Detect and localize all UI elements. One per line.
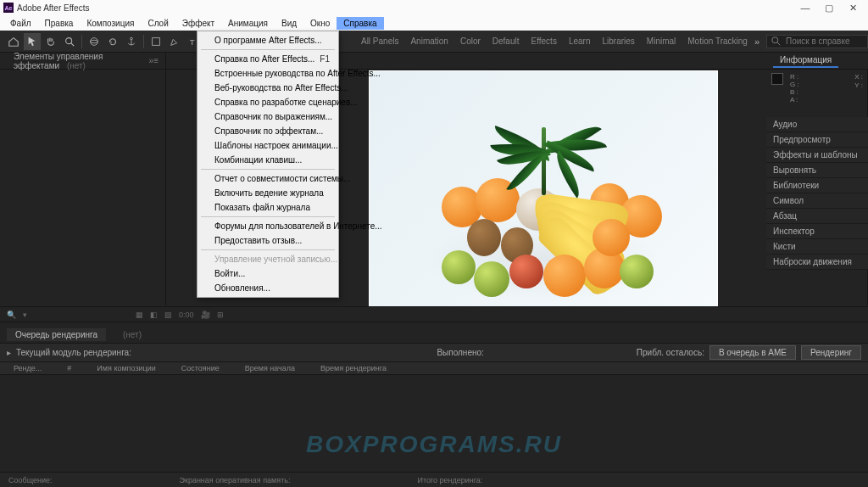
side-panel-Выровнять[interactable]: Выровнять	[766, 163, 868, 178]
zoom-tool-icon[interactable]	[61, 33, 78, 50]
footer-field: Сообщение:	[8, 476, 52, 484]
lower-area: 🔍 ▾ ▦ ◧ ▨ 0:00 🎥 ⊞ Очередь рендеринга (н…	[0, 306, 868, 487]
help-search-input[interactable]: Поиск в справке	[766, 35, 868, 48]
magnify-icon[interactable]: 🔍	[7, 311, 16, 319]
maximize-button[interactable]: ▢	[817, 3, 841, 14]
help-menu-item[interactable]: Включить ведение журнала	[198, 186, 338, 200]
window-title: Adobe After Effects	[17, 3, 793, 13]
hand-tool-icon[interactable]	[42, 33, 59, 50]
help-menu-item[interactable]: Форумы для пользователей в Интернете...	[198, 219, 338, 233]
help-menu-item[interactable]: Встроенные руководства по After Effects.…	[198, 66, 338, 81]
menu-композиция[interactable]: Композиция	[80, 17, 141, 30]
render-queue-header: ▸ Текущий модуль рендеринга: Выполнено: …	[0, 343, 868, 361]
workspace-default[interactable]: Default	[492, 36, 520, 46]
footer-field: Экранная оперативная память:	[179, 476, 290, 484]
help-menu-item[interactable]: Шаблоны настроек анимации...	[198, 138, 338, 153]
workspace-motion-tracking[interactable]: Motion Tracking	[687, 36, 748, 46]
resolution-dropdown[interactable]: ▾	[23, 311, 27, 319]
viewer-footer-controls: 🔍 ▾ ▦ ◧ ▨ 0:00 🎥 ⊞	[0, 307, 868, 322]
footer-field: Итого рендеринга:	[417, 476, 482, 484]
render-queue-tab[interactable]: Очередь рендеринга	[7, 328, 106, 341]
workspace-libraries[interactable]: Libraries	[602, 36, 634, 46]
effect-controls-panel: Элементы управления эффектами (нет) »≡	[0, 53, 166, 305]
workspace-overflow-icon[interactable]: »	[754, 36, 766, 47]
timecode-display[interactable]: 0:00	[179, 311, 194, 319]
grid-icon[interactable]: ▦	[136, 311, 143, 319]
minimize-button[interactable]: —	[793, 3, 817, 13]
channel-icon[interactable]: ◧	[150, 311, 158, 319]
help-menu-item[interactable]: О программе After Effects...	[198, 33, 338, 48]
workspace-all-panels[interactable]: All Panels	[361, 36, 398, 46]
right-panel-stack: Информация R :G :B :A : X : Y : АудиоПре…	[766, 53, 868, 270]
help-menu-item: Управление учетной записью...	[198, 252, 338, 266]
workspace-learn[interactable]: Learn	[569, 36, 591, 46]
transparency-icon[interactable]: ▨	[164, 311, 172, 319]
camera-icon[interactable]: 🎥	[201, 311, 210, 319]
help-menu-item[interactable]: Веб-руководства по After Effects...	[198, 81, 338, 95]
effect-controls-tab[interactable]: Элементы управления эффектами (нет)	[7, 50, 149, 72]
svg-point-0	[66, 37, 72, 43]
search-placeholder: Поиск в справке	[786, 36, 849, 46]
pen-tool-icon[interactable]	[166, 33, 183, 50]
menu-вид[interactable]: Вид	[275, 17, 303, 30]
anchor-tool-icon[interactable]	[123, 33, 140, 50]
help-menu-item[interactable]: Справка по разработке сценариев...	[198, 95, 338, 109]
shape-tool-icon[interactable]	[147, 33, 164, 50]
svg-line-10	[777, 42, 781, 45]
help-menu-item[interactable]: Комбинации клавиш...	[198, 153, 338, 167]
side-panel-Предпросмотр[interactable]: Предпросмотр	[766, 132, 868, 148]
menu-bar: ФайлПравкаКомпозицияСлойЭффектАнимацияВи…	[0, 15, 868, 31]
info-panel-tab[interactable]: Информация	[773, 53, 838, 68]
workspace-color[interactable]: Color	[460, 36, 481, 46]
viewer-image[interactable]	[370, 71, 717, 334]
side-panel-Кисти[interactable]: Кисти	[766, 239, 868, 255]
color-swatch	[771, 73, 783, 85]
help-menu-item[interactable]: Справка по After Effects...F1	[198, 52, 338, 66]
none-tab[interactable]: (нет)	[114, 328, 150, 341]
close-button[interactable]: ✕	[841, 3, 865, 14]
menu-анимация[interactable]: Анимация	[221, 17, 275, 30]
help-menu-dropdown: О программе After Effects...Справка по A…	[197, 31, 339, 298]
menu-правка[interactable]: Правка	[38, 17, 81, 30]
svg-line-1	[71, 42, 75, 46]
help-menu-item[interactable]: Показать файл журнала	[198, 200, 338, 215]
help-menu-item[interactable]: Обновления...	[198, 281, 338, 295]
workspace: Элементы управления эффектами (нет) »≡ ≡	[0, 53, 868, 305]
home-icon[interactable]	[5, 33, 22, 50]
side-panel-Символ[interactable]: Символ	[766, 193, 868, 209]
menu-окно[interactable]: Окно	[303, 17, 337, 30]
side-panel-Абзац[interactable]: Абзац	[766, 209, 868, 224]
svg-text:T: T	[190, 36, 195, 46]
orbit-tool-icon[interactable]	[86, 33, 103, 50]
side-panel-Наброски движения[interactable]: Наброски движения	[766, 255, 868, 270]
view-options-icon[interactable]: ⊞	[217, 311, 224, 319]
menu-слой[interactable]: Слой	[141, 17, 175, 30]
composition-tab[interactable]	[173, 54, 189, 67]
selection-tool-icon[interactable]	[24, 33, 41, 50]
workspace-effects[interactable]: Effects	[531, 36, 557, 46]
x-label: X :	[854, 73, 863, 81]
help-menu-item[interactable]: Справочник по эффектам...	[198, 124, 338, 138]
help-menu-item[interactable]: Справочник по выражениям...	[198, 109, 338, 124]
side-panel-Инспектор[interactable]: Инспектор	[766, 224, 868, 239]
render-button[interactable]: Рендеринг	[801, 345, 861, 360]
render-col: Время начала	[245, 364, 295, 372]
menu-справка[interactable]: Справка	[337, 17, 383, 30]
menu-файл[interactable]: Файл	[3, 17, 38, 30]
panel-menu-icon[interactable]: »≡	[149, 56, 159, 65]
rotate-tool-icon[interactable]	[104, 33, 121, 50]
queue-ame-button[interactable]: В очередь в AME	[709, 345, 796, 360]
disclosure-icon[interactable]: ▸	[7, 348, 11, 357]
render-col: Ренде...	[14, 364, 42, 372]
side-panel-Эффекты и шаблоны[interactable]: Эффекты и шаблоны	[766, 148, 868, 163]
menu-эффект[interactable]: Эффект	[175, 17, 221, 30]
help-menu-item[interactable]: Отчет о совместимости системы...	[198, 171, 338, 186]
side-panel-Библиотеки[interactable]: Библиотеки	[766, 178, 868, 193]
side-panel-Аудио[interactable]: Аудио	[766, 117, 868, 132]
workspace-animation[interactable]: Animation	[410, 36, 448, 46]
window-titlebar: Ae Adobe After Effects — ▢ ✕	[0, 0, 868, 15]
info-panel: R :G :B :A : X : Y :	[766, 70, 868, 107]
help-menu-item[interactable]: Предоставить отзыв...	[198, 233, 338, 248]
workspace-minimal[interactable]: Minimal	[647, 36, 676, 46]
help-menu-item[interactable]: Войти...	[198, 266, 338, 281]
